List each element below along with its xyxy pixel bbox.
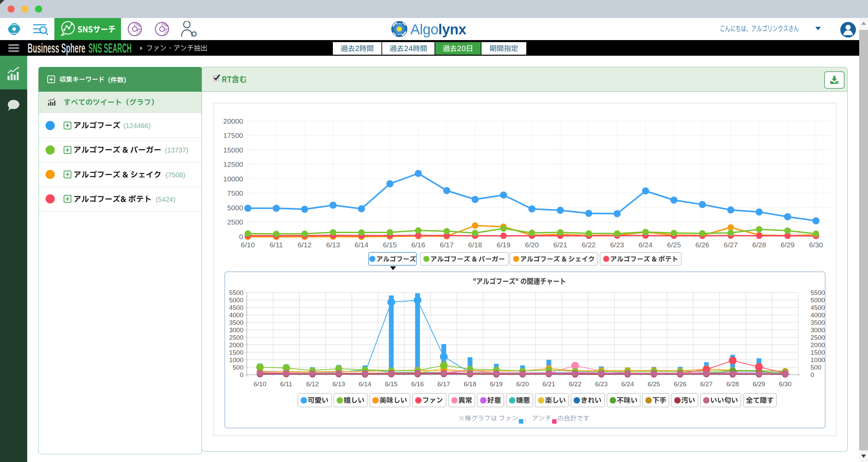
svg-text:6/21: 6/21 [543,380,555,388]
svg-text:6/11: 6/11 [280,380,292,388]
svg-text:6/20: 6/20 [525,241,539,249]
svg-text:17500: 17500 [223,131,243,139]
svg-text:10000: 10000 [223,175,243,183]
svg-text:SNS SEARCH: SNS SEARCH [88,41,132,55]
svg-text:20000: 20000 [223,117,243,125]
svg-text:7500: 7500 [227,189,243,197]
svg-text:6/18: 6/18 [468,241,482,249]
svg-text:1500: 1500 [811,349,825,356]
svg-text:6/25: 6/25 [667,241,681,249]
svg-text:6/14: 6/14 [359,380,371,388]
svg-text:6/22: 6/22 [582,241,596,249]
svg-text:3500: 3500 [811,319,825,326]
svg-text:6/17: 6/17 [440,241,454,249]
svg-text:6/29: 6/29 [781,241,795,249]
svg-text:6/15: 6/15 [383,241,397,249]
svg-text:1000: 1000 [811,356,825,363]
svg-text:6/27: 6/27 [700,380,713,388]
svg-text:5500: 5500 [811,289,825,296]
svg-text:6/30: 6/30 [809,241,823,249]
svg-text:12500: 12500 [223,160,243,168]
svg-text:2500: 2500 [811,334,825,341]
svg-text:6/14: 6/14 [355,241,369,249]
svg-text:3000: 3000 [811,326,825,334]
svg-text:6/18: 6/18 [464,380,476,388]
svg-text:0: 0 [240,371,243,378]
svg-text:1000: 1000 [229,356,243,363]
svg-text:6/25: 6/25 [648,380,660,388]
svg-text:500: 500 [233,364,243,371]
svg-text:6/15: 6/15 [385,380,397,388]
svg-text:4500: 4500 [811,304,825,311]
svg-text:6/29: 6/29 [753,380,765,388]
svg-text:6/16: 6/16 [411,380,424,388]
svg-text:1500: 1500 [229,349,243,356]
svg-text:6/23: 6/23 [610,241,624,249]
svg-text:3500: 3500 [229,319,243,326]
svg-text:6/12: 6/12 [306,380,319,388]
svg-text:15000: 15000 [223,146,243,154]
svg-text:6/28: 6/28 [726,380,739,388]
svg-text:5500: 5500 [229,289,243,296]
svg-text:5000: 5000 [227,204,243,212]
svg-text:6/26: 6/26 [695,241,709,249]
svg-text:6/19: 6/19 [496,241,510,249]
svg-text:500: 500 [811,364,821,371]
svg-text:6/28: 6/28 [752,241,766,249]
svg-text:6/10: 6/10 [241,241,255,249]
svg-text:6/13: 6/13 [333,380,345,388]
svg-text:6/17: 6/17 [438,380,450,388]
svg-text:6/22: 6/22 [569,380,581,388]
svg-text:6/24: 6/24 [639,241,652,249]
svg-text:6/10: 6/10 [254,380,266,388]
svg-text:6/19: 6/19 [490,380,503,388]
svg-text:6/13: 6/13 [326,241,340,249]
svg-text:Business Sphere: Business Sphere [28,41,85,55]
svg-text:5000: 5000 [811,297,825,304]
svg-text:6/27: 6/27 [724,241,738,249]
svg-text:6/20: 6/20 [516,380,529,388]
svg-text:6/11: 6/11 [270,241,283,249]
svg-text:4000: 4000 [229,312,243,319]
svg-text:2000: 2000 [811,341,825,349]
svg-text:6/23: 6/23 [595,380,608,388]
svg-text:6/12: 6/12 [298,241,312,249]
svg-text:6/24: 6/24 [622,380,634,388]
svg-text:6/21: 6/21 [554,241,567,249]
svg-text:6/16: 6/16 [411,241,425,249]
svg-text:0: 0 [239,233,243,241]
svg-text:0: 0 [811,371,814,378]
svg-text:5000: 5000 [229,297,243,304]
svg-text:2500: 2500 [229,334,243,341]
svg-text:3000: 3000 [229,326,243,334]
svg-text:6/30: 6/30 [779,380,792,388]
svg-text:6/26: 6/26 [674,380,686,388]
svg-text:2500: 2500 [227,218,243,226]
svg-text:4000: 4000 [811,312,825,319]
svg-text:4500: 4500 [229,304,243,311]
svg-text:2000: 2000 [229,341,243,349]
